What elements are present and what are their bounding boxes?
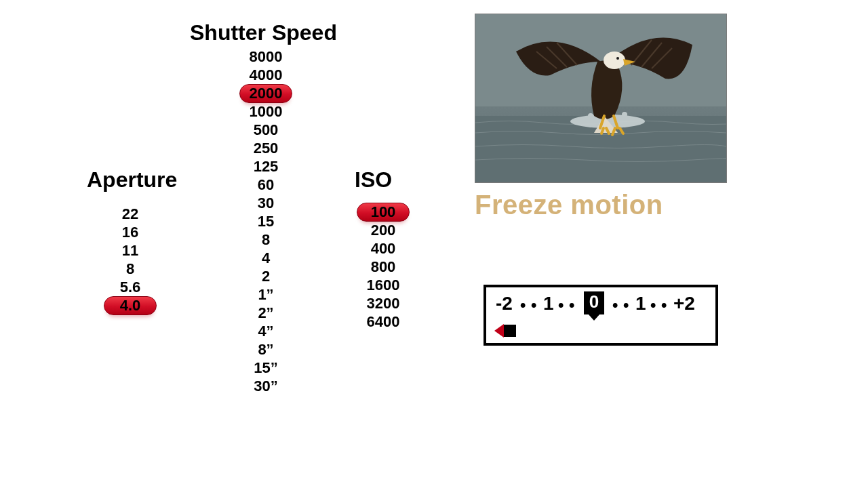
shutter-value-label: 8: [262, 231, 270, 248]
aperture-value: 22: [90, 205, 171, 223]
iso-value-label: 400: [371, 240, 396, 257]
shutter-value: 30”: [225, 377, 307, 395]
shutter-heading: Shutter Speed: [190, 20, 337, 45]
aperture-list: 22161185.64.0: [90, 205, 171, 314]
exposure-scale: -2 • • 1 • • 0 • • 1 • • +2: [496, 294, 706, 321]
meter-minus-1: 1: [543, 294, 554, 313]
shutter-value: 4”: [225, 322, 307, 340]
iso-value-label: 1600: [367, 277, 400, 293]
example-photo: [475, 14, 727, 183]
iso-value: 400: [342, 239, 424, 258]
iso-value-label: 100: [371, 203, 396, 220]
shutter-value: 8: [225, 230, 307, 249]
iso-list: 100200400800160032006400: [342, 203, 424, 331]
shutter-value: 4000: [225, 66, 307, 84]
shutter-value-label: 30”: [254, 378, 277, 394]
aperture-value-label: 4.0: [120, 297, 141, 314]
shutter-value: 8”: [225, 340, 307, 359]
iso-value: 100: [342, 203, 424, 221]
aperture-value-label: 16: [122, 224, 138, 241]
shutter-value: 15”: [225, 359, 307, 377]
shutter-value: 2”: [225, 304, 307, 322]
shutter-value: 2: [225, 267, 307, 285]
shutter-value-label: 60: [258, 176, 274, 193]
meter-plus-1: 1: [635, 294, 646, 313]
iso-value-label: 6400: [367, 313, 400, 330]
meter-zero: 0: [584, 291, 604, 314]
shutter-value-label: 1”: [258, 286, 273, 303]
aperture-value-label: 22: [122, 205, 138, 222]
exposure-meter: -2 • • 1 • • 0 • • 1 • • +2: [484, 285, 718, 346]
shutter-value: 60: [225, 176, 307, 194]
aperture-value: 16: [90, 223, 171, 241]
shutter-value-label: 8000: [250, 48, 283, 65]
aperture-value: 4.0: [90, 296, 171, 314]
eagle-over-water-illustration: [475, 14, 726, 182]
shutter-value-label: 15”: [254, 359, 277, 376]
shutter-value-label: 500: [254, 121, 279, 138]
aperture-value: 8: [90, 260, 171, 278]
exposure-indicator: [494, 324, 521, 338]
shutter-value-label: 2”: [258, 304, 273, 321]
meter-dot: •: [531, 295, 536, 315]
aperture-value-label: 11: [122, 242, 138, 259]
meter-dot: •: [661, 295, 667, 315]
meter-dot: •: [558, 295, 564, 315]
meter-plus-2: +2: [673, 294, 695, 313]
photo-caption: Freeze motion: [475, 190, 663, 220]
svg-point-15: [616, 57, 619, 60]
svg-point-14: [604, 52, 625, 69]
iso-value: 6400: [342, 312, 424, 331]
iso-heading: ISO: [355, 167, 392, 192]
shutter-value: 250: [225, 139, 307, 157]
shutter-value-label: 4”: [258, 323, 273, 340]
shutter-value-label: 30: [258, 195, 274, 211]
shutter-value-label: 250: [254, 140, 279, 157]
aperture-value: 5.6: [90, 278, 171, 296]
aperture-heading: Aperture: [87, 167, 177, 192]
svg-point-7: [629, 117, 633, 121]
shutter-value-label: 15: [258, 213, 274, 230]
shutter-value-label: 8”: [258, 341, 273, 358]
shutter-value: 2000: [225, 84, 307, 102]
shutter-value-label: 1000: [250, 103, 283, 120]
meter-dot: •: [569, 295, 574, 315]
iso-value: 3200: [342, 294, 424, 312]
svg-point-2: [588, 113, 593, 119]
iso-value-label: 3200: [367, 295, 400, 312]
shutter-value-label: 2: [262, 268, 270, 285]
shutter-value-label: 4000: [250, 66, 283, 83]
slide-stage: Aperture Shutter Speed ISO 22161185.64.0…: [0, 0, 868, 488]
meter-dot: •: [612, 295, 618, 315]
meter-dot: •: [650, 295, 656, 315]
svg-point-6: [582, 117, 586, 121]
shutter-value-label: 2000: [250, 85, 283, 102]
svg-point-3: [622, 112, 627, 117]
meter-minus-2: -2: [496, 294, 513, 313]
shutter-value: 8000: [225, 47, 307, 66]
iso-value-label: 200: [371, 222, 396, 239]
iso-value: 1600: [342, 276, 424, 294]
meter-dot: •: [520, 295, 526, 315]
shutter-value: 1000: [225, 102, 307, 121]
meter-dot: •: [623, 295, 629, 315]
shutter-value: 1”: [225, 285, 307, 304]
shutter-value: 15: [225, 212, 307, 230]
shutter-value: 4: [225, 249, 307, 267]
aperture-value: 11: [90, 241, 171, 260]
shutter-value-label: 4: [262, 249, 270, 266]
shutter-list: 80004000200010005002501256030158421”2”4”…: [225, 47, 307, 395]
iso-value: 800: [342, 258, 424, 276]
indicator-block: [504, 325, 516, 337]
shutter-value-label: 125: [254, 158, 279, 175]
shutter-value: 125: [225, 157, 307, 176]
iso-value: 200: [342, 221, 424, 239]
shutter-value: 500: [225, 121, 307, 139]
iso-value-label: 800: [371, 258, 396, 275]
aperture-value-label: 5.6: [120, 279, 141, 296]
left-arrow-icon: [494, 324, 504, 338]
aperture-value-label: 8: [126, 260, 134, 277]
shutter-value: 30: [225, 194, 307, 212]
